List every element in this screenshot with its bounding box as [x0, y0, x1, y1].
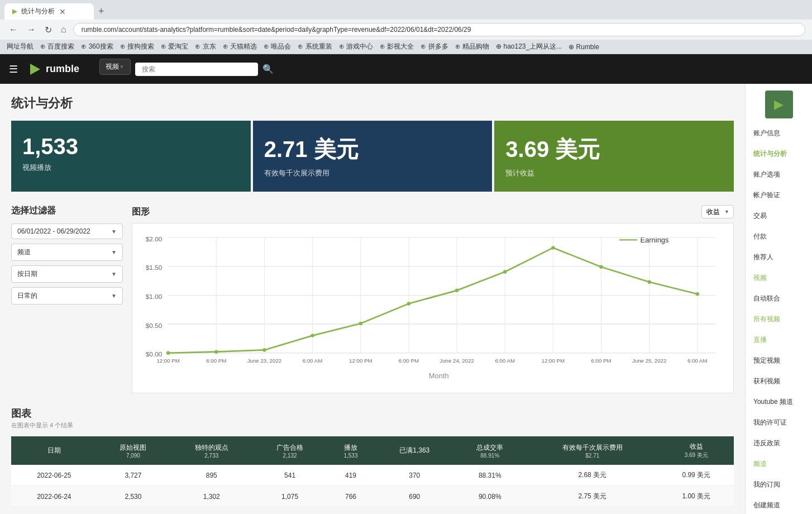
bookmark-影视大全[interactable]: ⊕ 影视大全 — [380, 42, 414, 51]
svg-marker-0 — [30, 64, 40, 75]
sidebar-item-15[interactable]: 违反政策 — [746, 433, 812, 454]
sidebar-item-10[interactable]: 直播 — [746, 330, 812, 350]
bookmark-精品购物[interactable]: ⊕ 精品购物 — [455, 42, 489, 51]
col-ad-eligible: 广告合格 2,132 — [254, 436, 326, 465]
hamburger-menu[interactable]: ☰ — [9, 63, 18, 75]
cell-date: 2022-06-24 — [11, 486, 97, 507]
cell-raw-views: 2,530 — [97, 486, 170, 507]
reload-button[interactable]: ↻ — [42, 23, 54, 36]
sidebar-item-18[interactable]: 创建频道 — [746, 495, 812, 514]
svg-point-24 — [166, 351, 170, 355]
sidebar-item-13[interactable]: Youtube 频道 — [746, 392, 812, 412]
stat-ecpm-label: 有效每千次展示费用 — [264, 168, 481, 178]
cell-raw-views: 3,727 — [97, 465, 170, 486]
stat-ecpm-number: 2.71 美元 — [264, 134, 481, 165]
sidebar-item-4[interactable]: 交易 — [746, 206, 812, 226]
sidebar-item-16[interactable]: 频道 — [746, 454, 812, 474]
sidebar-item-6[interactable]: 推荐人 — [746, 247, 812, 268]
search-type-arrow: ▼ — [119, 64, 125, 70]
forward-button[interactable]: → — [25, 23, 38, 36]
svg-point-29 — [407, 302, 410, 305]
svg-point-26 — [262, 348, 266, 351]
search-type-select[interactable]: 视频 ▼ — [99, 59, 131, 75]
sidebar-item-3[interactable]: 帐户验证 — [746, 185, 812, 206]
stats-cards: 1,533 视频播放 2.71 美元 有效每千次展示费用 3.69 美元 预计收… — [11, 121, 734, 192]
bookmark-搜狗搜索[interactable]: ⊕ 搜狗搜索 — [120, 42, 154, 51]
cell-ad-eligible: 541 — [254, 465, 326, 486]
logo-icon — [27, 61, 42, 77]
sidebar-item-2[interactable]: 账户选项 — [746, 164, 812, 185]
chart-type-select[interactable]: 收益 — [701, 205, 734, 218]
tab-close-button[interactable]: ✕ — [59, 7, 66, 16]
svg-text:$2.00: $2.00 — [146, 235, 163, 243]
sidebar-item-1[interactable]: 统计与分析 — [746, 144, 812, 164]
col-unique-views: 独特的观点 2,733 — [169, 436, 254, 465]
stat-revenue-label: 预计收益 — [505, 168, 723, 178]
bookmark-网址导航[interactable]: 网址导航 — [7, 42, 34, 51]
svg-text:June 25, 2022: June 25, 2022 — [632, 358, 666, 364]
filter-title: 选择过滤器 — [11, 205, 123, 217]
bookmark-京东[interactable]: ⊕ 京东 — [195, 42, 216, 51]
svg-point-33 — [599, 265, 603, 269]
cell-unique-views: 895 — [169, 465, 254, 486]
stat-card-ecpm: 2.71 美元 有效每千次展示费用 — [253, 121, 493, 192]
tab-favicon: ▶ — [12, 8, 17, 15]
sort-dropdown[interactable]: 按日期 ▼ — [11, 265, 123, 283]
sidebar-item-7[interactable]: 视频 — [746, 268, 812, 288]
stat-views-number: 1,533 — [22, 134, 240, 159]
cell-date: 2022-06-25 — [11, 465, 97, 486]
search-input[interactable] — [135, 63, 258, 76]
back-button[interactable]: ← — [7, 23, 20, 36]
bookmark-hao123[interactable]: ⊕ hao123_上网从这... — [496, 42, 562, 51]
chart-container: Earnings $2.00 $1.50 $1.00 $0.50 $0.00 — [132, 223, 734, 393]
col-ecpm: 有效每千次展示费用 $2.71 — [526, 436, 659, 465]
logo-text: rumble — [46, 63, 79, 75]
search-button[interactable]: 🔍 — [262, 64, 274, 74]
sidebar-item-12[interactable]: 获利视频 — [746, 371, 812, 392]
bookmark-爱淘宝[interactable]: ⊕ 爱淘宝 — [161, 42, 188, 51]
cell-filled: 370 — [375, 465, 453, 486]
bookmark-天猫精选[interactable]: ⊕ 天猫精选 — [223, 42, 257, 51]
cell-plays: 419 — [326, 465, 375, 486]
date-range-arrow: ▼ — [111, 229, 117, 235]
logo[interactable]: rumble — [27, 61, 79, 77]
svg-text:6:00 AM: 6:00 AM — [495, 358, 515, 364]
table-row: 2022-06-25 3,727 895 541 419 370 88.31% … — [11, 465, 734, 486]
channel-arrow: ▼ — [111, 249, 117, 255]
new-tab-button[interactable]: + — [94, 3, 109, 20]
svg-text:$0.50: $0.50 — [146, 322, 163, 330]
bookmark-游戏中心[interactable]: ⊕ 游戏中心 — [339, 42, 373, 51]
col-revenue: 收益 3.69 美元 — [659, 436, 734, 465]
svg-text:6:00 AM: 6:00 AM — [303, 358, 323, 364]
sidebar-item-8[interactable]: 自动联合 — [746, 288, 812, 309]
col-raw-views: 原始视图 7,090 — [97, 436, 170, 465]
svg-point-25 — [214, 350, 218, 353]
svg-point-27 — [311, 334, 314, 337]
browser-tab[interactable]: ▶ 统计与分析 ✕ — [4, 3, 94, 20]
bookmark-百度搜索[interactable]: ⊕ 百度搜索 — [40, 42, 74, 51]
table-subtitle: 在图表中显示 4 个结果 — [11, 421, 734, 430]
bookmark-rumble[interactable]: ⊕ Rumble — [569, 43, 599, 51]
sidebar-item-5[interactable]: 付款 — [746, 226, 812, 247]
col-plays: 播放 1,533 — [326, 436, 375, 465]
sidebar-item-17[interactable]: 我的订阅 — [746, 474, 812, 495]
bookmark-唯品会[interactable]: ⊕ 唯品会 — [264, 42, 291, 51]
sidebar-item-9[interactable]: 所有视频 — [746, 309, 812, 330]
sidebar-item-14[interactable]: 我的许可证 — [746, 412, 812, 433]
sidebar-item-11[interactable]: 预定视频 — [746, 350, 812, 371]
bookmark-拼多多[interactable]: ⊕ 拼多多 — [421, 42, 448, 51]
sidebar-item-0[interactable]: 账户信息 — [746, 123, 812, 144]
svg-text:6:00 PM: 6:00 PM — [399, 358, 419, 364]
cell-plays: 766 — [326, 486, 375, 507]
data-table: 日期 原始视图 7,090 独特的观点 2,733 广告合格 2,132 — [11, 436, 734, 507]
url-bar[interactable]: rumble.com/account/stats-analytics?platf… — [73, 23, 805, 36]
channel-dropdown[interactable]: 频道 ▼ — [11, 244, 123, 261]
table-title: 图表 — [11, 407, 734, 420]
table-row: 2022-06-24 2,530 1,302 1,075 766 690 90.… — [11, 486, 734, 507]
bookmark-系统重装[interactable]: ⊕ 系统重装 — [298, 42, 332, 51]
bookmark-360搜索[interactable]: ⊕ 360搜索 — [81, 42, 113, 51]
period-dropdown[interactable]: 日常的 ▼ — [11, 287, 123, 304]
page-title: 统计与分析 — [11, 95, 734, 112]
date-range-dropdown[interactable]: 06/01/2022 - 06/29/2022 ▼ — [11, 223, 123, 239]
home-button[interactable]: ⌂ — [59, 23, 69, 36]
